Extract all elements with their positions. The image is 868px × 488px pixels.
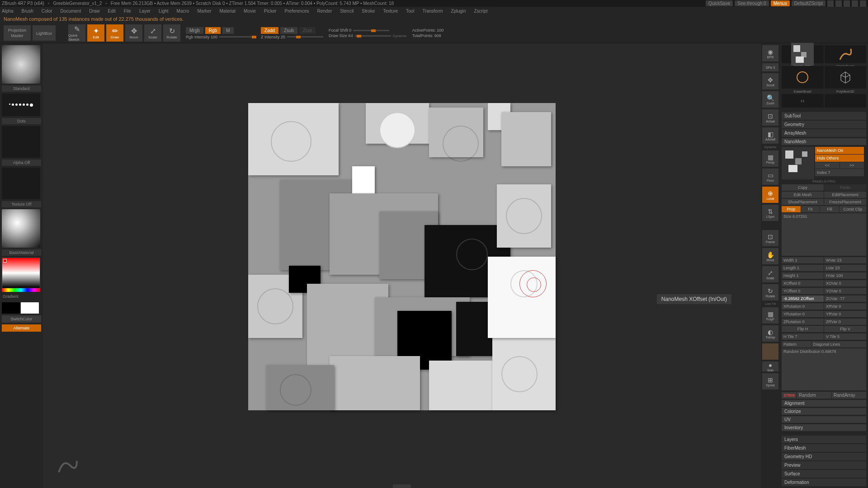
xpose-button[interactable]: ⊞Xpose <box>762 373 778 389</box>
alignment-header[interactable]: Alignment <box>782 400 866 407</box>
menus-button[interactable]: Menus <box>771 0 790 6</box>
show-placement-button[interactable]: ShowPlacement <box>782 199 824 205</box>
floor-button[interactable]: ▭Floor <box>762 169 778 185</box>
swatch-secondary[interactable] <box>2 302 20 314</box>
rgb-intensity-label[interactable]: Rgb Intensity 100 <box>186 35 217 39</box>
menu-item[interactable]: Brush <box>22 9 33 14</box>
frame-button[interactable]: ⊡Frame <box>762 230 778 246</box>
zrotation-slider[interactable]: ZRotation 0 <box>782 319 824 325</box>
scroll-button[interactable]: ✥Scroll <box>762 73 778 89</box>
random-seed[interactable]: 37809 <box>782 392 797 399</box>
shelf-handle[interactable] <box>393 484 411 488</box>
z-intensity-slider[interactable] <box>287 36 323 38</box>
rotate-nav-button[interactable]: ↻Rotate <box>762 284 778 300</box>
switch-color-button[interactable]: SwitchColor <box>2 315 41 323</box>
pattern-value[interactable]: Diagonal Lines <box>811 341 866 347</box>
rgb-intensity-slider[interactable] <box>219 36 255 38</box>
zoffset-slider[interactable]: -6.28582 ZOffset <box>782 296 824 302</box>
move-button[interactable]: ✥Move <box>125 24 142 42</box>
material-preview[interactable] <box>2 209 40 248</box>
arraymesh-header[interactable]: ArrayMesh <box>782 129 866 137</box>
rotate-button[interactable]: ↻Rotate <box>163 24 180 42</box>
tool-thumb-polymesh[interactable]: PolyMesh3D <box>825 66 867 89</box>
random-distribution-slider[interactable]: Random Distribution 0.49678 <box>782 348 866 391</box>
random-button[interactable]: Random <box>797 392 831 399</box>
rgb-toggle[interactable]: Rgb <box>205 27 221 34</box>
xrotation-slider[interactable]: XRotation 0 <box>782 303 824 310</box>
close-icon[interactable] <box>860 0 866 7</box>
uv-header[interactable]: UV <box>782 416 866 423</box>
colorize-header[interactable]: Colorize <box>782 408 866 415</box>
flip-v-button[interactable]: Flip V <box>824 326 866 332</box>
htile-slider[interactable]: H Tile 7 <box>782 333 824 340</box>
xoffset-slider[interactable]: XOffset 0 <box>782 280 824 286</box>
texture-preview[interactable] <box>2 168 40 199</box>
layers-header[interactable]: Layers <box>782 436 866 443</box>
lightbox-button[interactable]: LightBox <box>33 25 56 41</box>
yovar-slider[interactable]: YOVar 0 <box>824 288 866 294</box>
menu-item[interactable]: Render <box>317 9 332 14</box>
menu-item[interactable]: Stencil <box>340 9 354 14</box>
seethrough-button[interactable]: See-through 0 <box>735 0 769 6</box>
default-zscript[interactable]: DefaultZScript <box>792 0 826 6</box>
subtool-header[interactable]: SubTool <box>782 112 866 120</box>
menu-item[interactable]: Material <box>220 9 236 14</box>
color-picker[interactable] <box>2 258 40 291</box>
nanomesh-preview[interactable] <box>782 147 814 179</box>
menu-item[interactable]: File <box>124 9 131 14</box>
color-marker-icon[interactable] <box>3 259 7 263</box>
hide-others-toggle[interactable]: Hide Others <box>815 155 864 162</box>
edit-button[interactable]: ✦Edit <box>87 24 104 42</box>
menu-item[interactable]: Tool <box>406 9 414 14</box>
menu-item[interactable]: Marker <box>197 9 211 14</box>
minimize-icon[interactable] <box>844 0 850 7</box>
lvar-slider[interactable]: LVar 23 <box>824 265 866 271</box>
prev-index-button[interactable]: << <box>815 162 840 169</box>
size-slider[interactable]: Size 6.07291 <box>782 213 866 256</box>
zadd-toggle[interactable]: Zadd <box>261 27 278 34</box>
spix-slider[interactable]: SPix 3 <box>762 63 778 71</box>
lsym-button[interactable]: ⇅LSym <box>762 205 778 221</box>
xovar-slider[interactable]: XOVar 0 <box>824 280 866 286</box>
menu-item[interactable]: Stroke <box>362 9 375 14</box>
menu-item[interactable]: Color <box>42 9 52 14</box>
bpr-button[interactable]: ◉BPR <box>762 45 778 61</box>
fibermesh-header[interactable]: FiberMesh <box>782 444 866 452</box>
randarray-button[interactable]: RandArray <box>832 392 866 399</box>
fit-toggle[interactable]: Fit <box>801 206 820 212</box>
deformation-header[interactable]: Deformation <box>782 479 866 486</box>
nanomesh-viewport[interactable] <box>248 103 556 410</box>
height-slider[interactable]: Height 1 <box>782 272 824 279</box>
geometry-header[interactable]: Geometry <box>782 121 866 128</box>
scale-button[interactable]: ⤢Scale <box>144 24 161 42</box>
nanomesh-on-toggle[interactable]: NanoMesh On <box>815 147 864 154</box>
edit-placement-button[interactable]: EditPlacement <box>824 192 866 198</box>
dynamic-button[interactable] <box>762 343 778 360</box>
menu-item[interactable]: Picker <box>264 9 277 14</box>
menu-item[interactable]: Texture <box>383 9 398 14</box>
tool-slot[interactable] <box>825 94 867 108</box>
copy-button[interactable]: Copy <box>782 184 824 191</box>
index-slider[interactable]: Index 7 <box>815 169 864 176</box>
m-toggle[interactable]: M <box>222 27 233 34</box>
const-clip-toggle[interactable]: Const Clip <box>840 206 866 212</box>
focal-shift-label[interactable]: Focal Shift 0 <box>329 28 351 33</box>
paste-button[interactable]: Paste <box>824 184 866 191</box>
zovar-slider[interactable]: ZOVar -77 <box>824 296 866 302</box>
draw-button[interactable]: ✏Draw <box>106 24 123 42</box>
surface-header[interactable]: Surface <box>782 470 866 478</box>
transp-button[interactable]: ◐Transp <box>762 325 778 342</box>
maximize-icon[interactable] <box>852 0 858 7</box>
inventory-header[interactable]: Inventory <box>782 424 866 431</box>
menu-item[interactable]: Preferences <box>285 9 309 14</box>
vtile-slider[interactable]: V Tile 5 <box>824 333 866 340</box>
yrotation-slider[interactable]: YRotation 0 <box>782 311 824 317</box>
preview-header[interactable]: Preview <box>782 461 866 469</box>
menu-item[interactable]: Macro <box>177 9 189 14</box>
persp-button[interactable]: ▦Persp <box>762 150 778 167</box>
freeze-placement-button[interactable]: FreezePlacement <box>824 199 866 205</box>
draw-size-label[interactable]: Draw Size 64 <box>329 33 353 38</box>
mrgb-toggle[interactable]: Mrgb <box>186 27 203 34</box>
solo-button[interactable]: ●Solo <box>762 361 778 371</box>
menu-item[interactable]: Transform <box>422 9 443 14</box>
